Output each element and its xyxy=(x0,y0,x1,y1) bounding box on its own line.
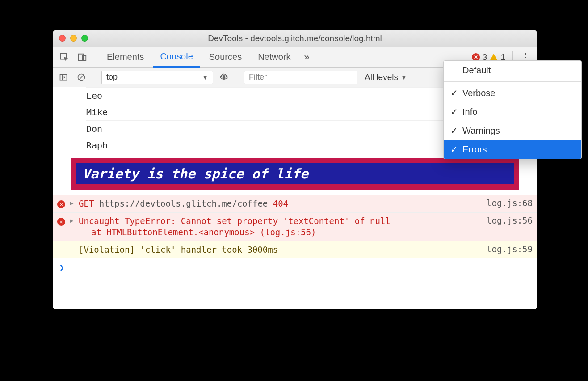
error-icon: ✕ xyxy=(57,198,66,208)
device-toolbar-icon[interactable] xyxy=(74,47,90,67)
stack-frame-link[interactable]: log.js:56 xyxy=(265,227,311,237)
inspect-element-icon[interactable] xyxy=(56,47,72,67)
stack-frame-suffix: ) xyxy=(311,227,316,237)
http-status: 404 xyxy=(273,199,288,208)
tab-elements[interactable]: Elements xyxy=(100,47,151,67)
svg-line-7 xyxy=(79,75,84,80)
window-title: DevTools - devtools.glitch.me/console/lo… xyxy=(53,34,537,43)
check-icon: ✓ xyxy=(450,125,458,136)
error-icon: ✕ xyxy=(57,216,66,226)
violation-text: [Violation] 'click' handler took 3000ms xyxy=(79,244,479,256)
log-levels-label: All levels xyxy=(365,72,398,82)
dropdown-item-errors[interactable]: ✓ Errors xyxy=(444,140,581,159)
stack-frame-prefix: at HTMLButtonElement.<anonymous> ( xyxy=(91,227,265,237)
source-link[interactable]: log.js:59 xyxy=(482,244,533,254)
check-icon: ✓ xyxy=(450,88,458,98)
dropdown-label: Errors xyxy=(462,144,487,155)
error-message: Uncaught TypeError: Cannot set property … xyxy=(79,216,479,238)
spacer xyxy=(70,244,75,246)
dropdown-item-warnings[interactable]: ✓ Warnings xyxy=(444,121,581,140)
console-violation-row[interactable]: [Violation] 'click' handler took 3000ms … xyxy=(53,241,537,258)
dropdown-label: Default xyxy=(462,65,491,76)
tab-console[interactable]: Console xyxy=(153,47,200,68)
dropdown-item-default[interactable]: Default xyxy=(444,61,581,80)
execution-context-value: top xyxy=(106,72,118,82)
minimize-window-button[interactable] xyxy=(70,35,77,42)
http-method: GET xyxy=(79,199,94,208)
titlebar: DevTools - devtools.glitch.me/console/lo… xyxy=(53,30,537,47)
svg-marker-5 xyxy=(64,76,65,78)
error-icon: ✕ xyxy=(472,53,480,61)
dropdown-label: Info xyxy=(462,107,477,117)
tab-sources[interactable]: Sources xyxy=(202,47,249,67)
more-tabs-icon[interactable]: » xyxy=(300,47,314,67)
log-levels-dropdown: Default ✓ Verbose ✓ Info ✓ Warnings ✓ Er… xyxy=(443,60,582,159)
separator xyxy=(95,51,95,64)
dropdown-item-verbose[interactable]: ✓ Verbose xyxy=(444,84,581,102)
clear-console-icon[interactable] xyxy=(74,70,88,85)
toggle-sidebar-icon[interactable] xyxy=(56,70,71,85)
console-error-row[interactable]: ✕ ▶ Uncaught TypeError: Cannot set prope… xyxy=(53,212,537,241)
request-url[interactable]: https://devtools.glitch.me/coffee xyxy=(99,199,268,208)
filter-input[interactable] xyxy=(244,71,357,84)
execution-context-selector[interactable]: top ▼ xyxy=(101,71,213,84)
expand-caret-icon[interactable]: ▶ xyxy=(70,198,75,207)
check-icon: ✓ xyxy=(450,106,458,117)
close-window-button[interactable] xyxy=(59,35,66,42)
separator xyxy=(444,81,581,82)
live-expression-icon[interactable] xyxy=(217,70,231,85)
svg-rect-3 xyxy=(60,74,67,80)
warning-icon xyxy=(490,54,498,61)
log-levels-selector[interactable]: All levels ▼ xyxy=(361,72,411,82)
tab-network[interactable]: Network xyxy=(251,47,298,67)
dropdown-label: Verbose xyxy=(462,88,495,98)
exception-text: Uncaught TypeError: Cannot set property … xyxy=(79,216,391,226)
dropdown-item-info[interactable]: ✓ Info xyxy=(444,102,581,121)
expand-caret-icon[interactable]: ▶ xyxy=(70,216,75,224)
dropdown-label: Warnings xyxy=(462,126,500,136)
styled-console-message: Variety is the spice of life xyxy=(71,158,519,190)
source-link[interactable]: log.js:68 xyxy=(482,198,533,208)
chevron-down-icon: ▼ xyxy=(401,74,407,81)
source-link[interactable]: log.js:56 xyxy=(482,216,533,225)
console-prompt[interactable]: ❯ xyxy=(53,258,537,276)
chevron-down-icon: ▼ xyxy=(202,74,208,81)
traffic-lights xyxy=(59,35,88,42)
zoom-window-button[interactable] xyxy=(81,35,88,42)
error-message: GET https://devtools.glitch.me/coffee 40… xyxy=(79,198,479,210)
console-error-row[interactable]: ✕ ▶ GET https://devtools.glitch.me/coffe… xyxy=(53,195,537,212)
svg-point-8 xyxy=(223,76,226,79)
check-icon: ✓ xyxy=(450,144,458,155)
